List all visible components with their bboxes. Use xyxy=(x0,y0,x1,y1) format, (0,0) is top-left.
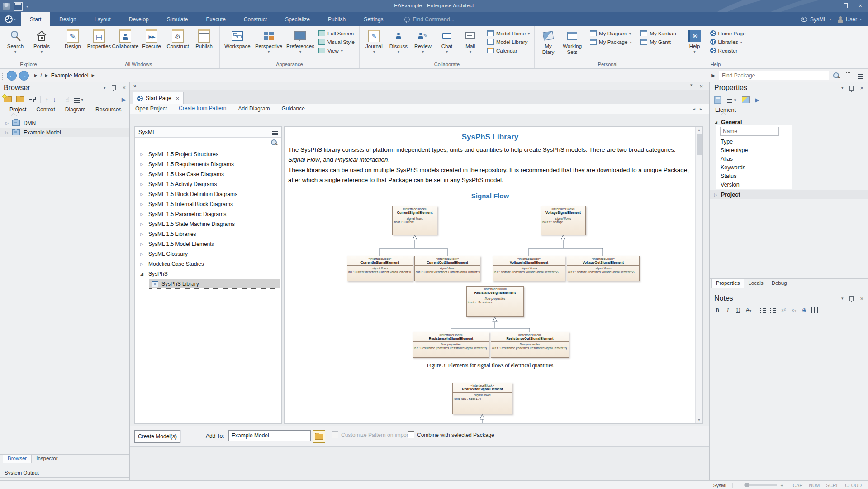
expander-icon[interactable]: ◢ xyxy=(140,272,144,276)
menu-icon[interactable] xyxy=(858,74,863,75)
browser-menu-icon[interactable] xyxy=(74,98,80,99)
ribbon-tab-construct[interactable]: Construct xyxy=(235,12,276,26)
chevron-down-icon[interactable]: ▾ xyxy=(841,296,844,301)
menu-icon[interactable] xyxy=(727,99,732,100)
hyperlink-icon[interactable]: ⊕ xyxy=(801,307,807,313)
tab-properties[interactable]: Properties xyxy=(711,279,744,288)
my-kanban-button[interactable]: My Kanban xyxy=(639,30,678,37)
pattern-menu-icon[interactable] xyxy=(272,131,278,132)
tab-debug[interactable]: Debug xyxy=(768,279,791,288)
restore-button[interactable] xyxy=(837,0,853,11)
properties-button[interactable]: ▤ Properties xyxy=(86,28,112,51)
ribbon-tab-settings[interactable]: Settings xyxy=(355,12,392,26)
dock-tab-browser[interactable]: Browser xyxy=(3,455,32,463)
pattern-item[interactable]: ▷SysML 1.5 Use Case Diagrams xyxy=(135,169,281,179)
libraries-button[interactable]: Libraries▾ xyxy=(708,38,748,45)
property-field-status[interactable]: Status xyxy=(716,172,792,180)
expander-icon[interactable]: ▷ xyxy=(140,152,144,157)
bold-icon[interactable]: B xyxy=(714,307,721,314)
report-icon[interactable] xyxy=(742,96,750,103)
forward-button[interactable]: → xyxy=(19,71,29,81)
overflow-chevrons-icon[interactable]: » xyxy=(133,83,137,89)
model-home-button[interactable]: Model Home▾ xyxy=(485,30,531,37)
property-field-alias[interactable]: Alias xyxy=(716,154,792,163)
new-package-icon[interactable] xyxy=(16,96,24,102)
vertical-scrollbar[interactable]: ▲ ▼ xyxy=(695,127,702,423)
expander-icon[interactable]: ▷ xyxy=(5,130,9,135)
expander-icon[interactable]: ▷ xyxy=(140,202,144,206)
zoom-out-button[interactable]: – xyxy=(737,483,740,488)
pattern-search[interactable] xyxy=(135,138,281,148)
section-project[interactable]: ▷ Project xyxy=(710,190,868,199)
move-down-icon[interactable]: ↓ xyxy=(53,96,56,103)
tab-resources[interactable]: Resources xyxy=(90,105,126,115)
tab-diagram[interactable]: Diagram xyxy=(60,105,90,115)
pattern-item[interactable]: ▷SysML 1.5 Internal Block Diagrams xyxy=(135,199,281,209)
start-page-tab[interactable]: Start Page × xyxy=(133,92,184,104)
minimize-button[interactable]: – xyxy=(822,0,837,11)
nav-create-from-pattern[interactable]: Create from Pattern xyxy=(179,105,226,112)
underline-icon[interactable]: U xyxy=(735,307,741,314)
perspective-button[interactable]: Perspective▾ xyxy=(253,28,284,55)
discuss-button[interactable]: Discuss▾ xyxy=(387,28,410,55)
zoom-slider[interactable] xyxy=(744,484,777,486)
expand-panel-icon[interactable]: ▶ xyxy=(122,96,126,103)
pattern-item[interactable]: ▷SysML 1.5 Parametric Diagrams xyxy=(135,209,281,219)
property-field-version[interactable]: Version xyxy=(716,180,792,189)
italic-icon[interactable]: I xyxy=(725,307,731,314)
chat-button[interactable]: Chat▾ xyxy=(436,28,458,55)
workspace-button[interactable]: Workspace xyxy=(223,28,252,51)
expander-icon[interactable]: ▷ xyxy=(140,212,144,216)
expander-icon[interactable]: ▷ xyxy=(714,192,717,197)
pattern-item[interactable]: ◢SysPhS xyxy=(135,269,281,279)
create-models-button[interactable]: Create Model(s) xyxy=(134,430,180,443)
expander-icon[interactable]: ▷ xyxy=(140,172,144,177)
portals-button[interactable]: Portals▾ xyxy=(29,28,54,55)
dock-tab-inspector[interactable]: Inspector xyxy=(32,455,62,463)
expander-icon[interactable]: ▷ xyxy=(140,222,144,226)
new-model-icon[interactable] xyxy=(4,96,12,102)
pin-icon[interactable] xyxy=(849,86,854,91)
collaborate-button[interactable]: Collaborate xyxy=(113,28,138,51)
pattern-item[interactable]: ▷SysML Glossary xyxy=(135,249,281,259)
pattern-item[interactable]: ▷SysML 1.5 Requirements Diagrams xyxy=(135,159,281,169)
chevron-down-icon[interactable]: ▾ xyxy=(104,86,106,90)
notes-content[interactable] xyxy=(710,316,868,470)
ribbon-tab-start[interactable]: Start xyxy=(21,12,50,26)
close-icon[interactable]: × xyxy=(122,84,126,91)
search-button[interactable]: Search▾ xyxy=(3,28,28,55)
system-output-tab[interactable]: System Output xyxy=(0,468,129,478)
back-button[interactable]: ← xyxy=(7,71,17,81)
editor-grid-icon[interactable] xyxy=(811,307,818,313)
execute-button[interactable]: ▶▶ Execute xyxy=(139,28,164,51)
my-package-button[interactable]: My Package▾ xyxy=(588,38,633,45)
chevron-down-icon[interactable]: ▾ xyxy=(690,83,693,90)
ribbon-tab-execute[interactable]: Execute xyxy=(197,12,234,26)
expander-icon[interactable]: ▷ xyxy=(140,182,144,187)
home-page-button[interactable]: Home Page xyxy=(708,30,748,37)
app-menu-button[interactable]: ▾ xyxy=(0,12,21,26)
tab-locals[interactable]: Locals xyxy=(744,279,767,288)
scroll-left-icon[interactable]: ◂ xyxy=(693,106,695,111)
close-tab-icon[interactable]: × xyxy=(176,95,180,102)
model-library-button[interactable]: Model Library xyxy=(485,38,531,45)
expander-icon[interactable]: ▷ xyxy=(140,162,144,167)
breadcrumb-arrow-icon[interactable]: ▶ xyxy=(91,73,94,77)
pattern-item[interactable]: ▷SysML 1.5 Model Elements xyxy=(135,239,281,249)
drag-handle[interactable] xyxy=(2,72,4,80)
nav-add-diagram[interactable]: Add Diagram xyxy=(238,105,270,112)
scrollbar-thumb[interactable] xyxy=(697,134,702,155)
subscript-icon[interactable]: x₂ xyxy=(791,307,797,313)
expander-icon[interactable]: ▷ xyxy=(140,232,144,236)
my-diagram-button[interactable]: My Diagram▾ xyxy=(588,30,633,37)
expander-icon[interactable]: ▷ xyxy=(140,192,144,197)
view-button[interactable]: View▾ xyxy=(317,47,356,54)
pattern-item[interactable]: ▷SysML 1.5 Libraries xyxy=(135,229,281,239)
construct-button[interactable]: ⚙ Construct xyxy=(165,28,190,51)
property-field-stereotype[interactable]: Stereotype xyxy=(716,146,792,154)
package-list-icon[interactable] xyxy=(844,72,850,79)
superscript-icon[interactable]: x² xyxy=(780,307,787,313)
working-sets-button[interactable]: Working Sets xyxy=(560,28,584,57)
scroll-right-icon[interactable]: ▸ xyxy=(700,106,702,111)
close-icon[interactable]: × xyxy=(860,85,863,91)
